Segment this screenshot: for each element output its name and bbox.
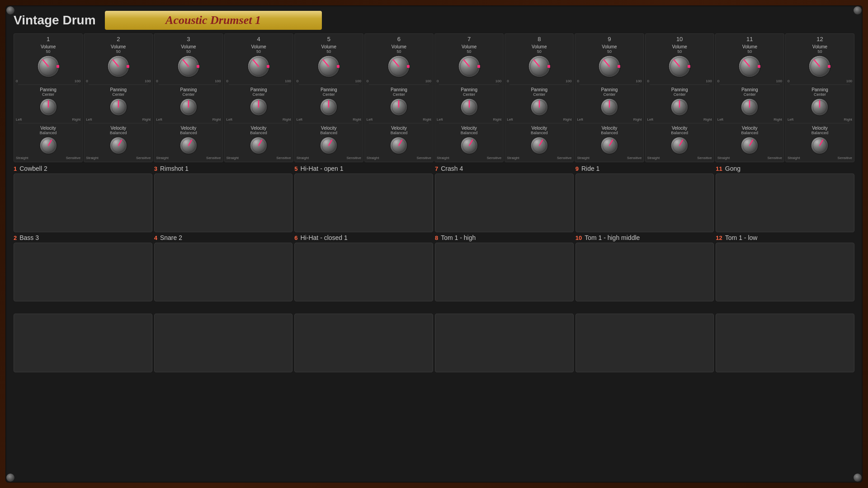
channel-number-2: 2 [117, 36, 120, 42]
channel-number-12: 12 [816, 36, 823, 42]
inner-panel: Vintage Drum Acoustic Drumset 1 1 Volume… [5, 5, 863, 483]
velocity-knob-10[interactable] [670, 136, 689, 155]
pad-box-5[interactable] [294, 174, 433, 232]
pad-box-6[interactable] [294, 243, 433, 301]
pad-box-7[interactable] [435, 174, 574, 232]
velocity-knob-1[interactable] [39, 136, 58, 155]
channel-number-1: 1 [47, 36, 50, 42]
channel-8: 8 Volume 50 0100PanningCenterLeftRightVe… [505, 33, 574, 162]
panning-knob-11[interactable] [740, 98, 759, 117]
pad-cell-empty [435, 303, 574, 372]
pad-cell-10: 10Tom 1 - high middle [576, 234, 714, 301]
channels-strip: 1 Volume 50 0100PanningCenterLeftRightVe… [14, 33, 854, 162]
channel-number-3: 3 [187, 36, 190, 42]
pad-box-empty[interactable] [435, 314, 574, 372]
pad-box-12[interactable] [716, 243, 854, 301]
volume-knob-11[interactable] [738, 55, 761, 78]
pad-cell-5: 5Hi-Hat - open 1 [294, 165, 433, 232]
pad-box-1[interactable] [14, 174, 152, 232]
volume-knob-2[interactable] [107, 55, 130, 78]
channel-number-10: 10 [676, 36, 683, 42]
pad-cell-4: 4Snare 2 [154, 234, 293, 301]
pad-box-3[interactable] [154, 174, 293, 232]
channel-number-6: 6 [397, 36, 401, 42]
pad-box-empty[interactable] [154, 314, 293, 372]
volume-knob-10[interactable] [668, 55, 691, 78]
pads-row [14, 303, 854, 372]
pad-cell-12: 12Tom 1 - low [716, 234, 854, 301]
channel-7: 7 Volume 50 0100PanningCenterLeftRightVe… [434, 33, 504, 162]
panning-knob-7[interactable] [460, 98, 479, 117]
volume-knob-12[interactable] [808, 55, 831, 78]
volume-knob-7[interactable] [458, 55, 481, 78]
channel-number-8: 8 [538, 36, 541, 42]
velocity-knob-2[interactable] [109, 136, 128, 155]
panning-knob-4[interactable] [249, 98, 268, 117]
pad-box-empty[interactable] [576, 314, 714, 372]
pad-cell-empty [294, 303, 433, 372]
channel-6: 6 Volume 50 0100PanningCenterLeftRightVe… [364, 33, 434, 162]
pad-cell-7: 7Crash 4 [435, 165, 574, 232]
velocity-knob-5[interactable] [319, 136, 338, 155]
pads-area: 1Cowbell 23Rimshot 15Hi-Hat - open 17Cra… [14, 165, 854, 372]
pad-cell-empty [154, 303, 293, 372]
channel-2: 2 Volume 50 0100PanningCenterLeftRightVe… [84, 33, 153, 162]
velocity-knob-9[interactable] [600, 136, 619, 155]
volume-knob-6[interactable] [387, 55, 410, 78]
volume-knob-3[interactable] [177, 55, 200, 78]
volume-knob-1[interactable] [37, 55, 60, 78]
channel-3: 3 Volume 50 0100PanningCenterLeftRightVe… [154, 33, 223, 162]
screw-top-left [6, 6, 14, 14]
pad-box-4[interactable] [154, 243, 293, 301]
pad-box-9[interactable] [576, 174, 714, 232]
pad-box-10[interactable] [576, 243, 714, 301]
pad-box-8[interactable] [435, 243, 574, 301]
velocity-knob-6[interactable] [389, 136, 408, 155]
pad-box-empty[interactable] [716, 314, 854, 372]
pad-cell-2: 2Bass 3 [14, 234, 152, 301]
pad-box-11[interactable] [716, 174, 854, 232]
screw-bottom-left [6, 474, 14, 482]
panning-knob-10[interactable] [670, 98, 689, 117]
channel-5: 5 Volume 50 0100PanningCenterLeftRightVe… [294, 33, 363, 162]
header-row: Vintage Drum Acoustic Drumset 1 [14, 11, 854, 30]
channel-11: 11 Volume 50 0100PanningCenterLeftRightV… [715, 33, 784, 162]
pad-cell-8: 8Tom 1 - high [435, 234, 574, 301]
pad-box-empty[interactable] [294, 314, 433, 372]
pad-box-empty[interactable] [14, 314, 152, 372]
preset-banner: Acoustic Drumset 1 [105, 11, 322, 30]
pad-cell-empty [576, 303, 714, 372]
pad-cell-3: 3Rimshot 1 [154, 165, 293, 232]
channel-number-11: 11 [746, 36, 753, 42]
main-container: Vintage Drum Acoustic Drumset 1 1 Volume… [0, 0, 868, 488]
channel-number-4: 4 [257, 36, 260, 42]
app-title: Vintage Drum [14, 13, 96, 28]
pad-box-2[interactable] [14, 243, 152, 301]
velocity-knob-4[interactable] [249, 136, 268, 155]
channel-10: 10 Volume 50 0100PanningCenterLeftRightV… [645, 33, 714, 162]
panning-knob-6[interactable] [389, 98, 408, 117]
panning-knob-2[interactable] [109, 98, 128, 117]
pad-cell-empty [14, 303, 152, 372]
panning-knob-12[interactable] [810, 98, 829, 117]
pads-row: 2Bass 34Snare 26Hi-Hat - closed 18Tom 1 … [14, 234, 854, 301]
screw-top-right [854, 6, 862, 14]
pad-cell-11: 11Gong [716, 165, 854, 232]
channel-12: 12 Volume 50 0100PanningCenterLeftRightV… [785, 33, 854, 162]
channel-4: 4 Volume 50 0100PanningCenterLeftRightVe… [224, 33, 293, 162]
panning-knob-3[interactable] [179, 98, 198, 117]
volume-knob-5[interactable] [317, 55, 340, 78]
velocity-knob-7[interactable] [460, 136, 479, 155]
panning-knob-9[interactable] [600, 98, 619, 117]
panning-knob-8[interactable] [530, 98, 549, 117]
velocity-knob-12[interactable] [810, 136, 829, 155]
volume-knob-4[interactable] [247, 55, 270, 78]
volume-knob-9[interactable] [598, 55, 621, 78]
panning-knob-1[interactable] [39, 98, 58, 117]
volume-knob-8[interactable] [528, 55, 551, 78]
velocity-knob-8[interactable] [530, 136, 549, 155]
velocity-knob-11[interactable] [740, 136, 759, 155]
channel-number-5: 5 [327, 36, 330, 42]
velocity-knob-3[interactable] [179, 136, 198, 155]
panning-knob-5[interactable] [319, 98, 338, 117]
